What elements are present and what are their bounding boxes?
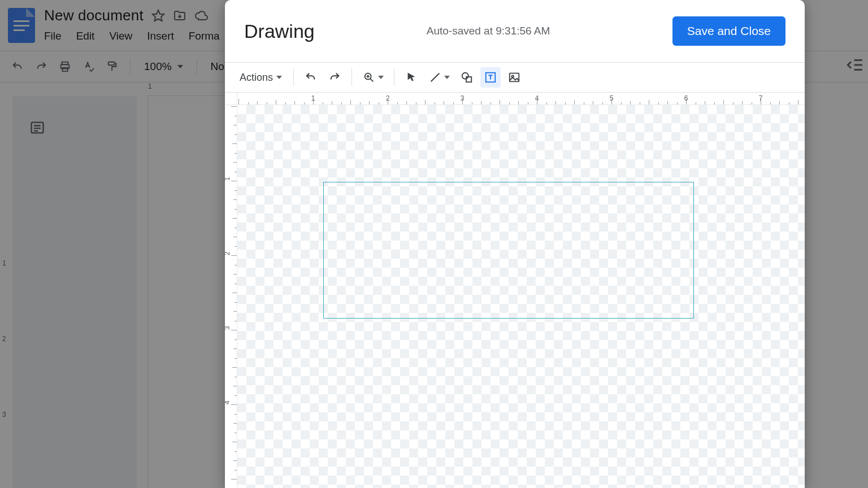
ruler-tick	[233, 199, 237, 200]
ruler-mark: 1	[2, 259, 6, 267]
actions-menu-button[interactable]: Actions	[235, 69, 287, 86]
ruler-tick	[649, 100, 649, 104]
ruler-tick	[232, 442, 237, 442]
menu-view[interactable]: View	[109, 30, 132, 42]
ruler-mark: 2	[2, 335, 6, 343]
ruler-label: 2	[386, 94, 390, 102]
ruler-tick	[491, 102, 491, 104]
ruler-tick	[602, 102, 603, 104]
document-outline-icon[interactable]	[26, 116, 49, 139]
ruler-tick	[752, 102, 752, 104]
ruler-tick	[667, 101, 668, 104]
image-tool-button[interactable]	[504, 67, 524, 88]
ruler-tick	[621, 102, 622, 104]
ruler-tick	[369, 101, 370, 104]
ruler-tick	[232, 143, 237, 144]
ruler-tick	[658, 102, 659, 104]
drawing-horizontal-ruler[interactable]: 1234567	[237, 93, 805, 105]
ruler-label: 6	[684, 94, 688, 102]
ruler-tick	[574, 100, 575, 104]
ruler-tick	[235, 433, 237, 433]
ruler-tick	[565, 102, 566, 104]
ruler-tick	[248, 102, 249, 104]
ruler-tick	[630, 101, 631, 104]
ruler-tick	[233, 237, 237, 237]
ruler-tick	[733, 102, 734, 104]
ruler-tick	[518, 101, 519, 104]
ruler-tick	[231, 181, 237, 181]
ruler-tick	[233, 348, 237, 349]
ruler-tick	[233, 386, 237, 386]
chevron-down-icon	[276, 76, 282, 79]
ruler-tick	[238, 99, 239, 104]
ruler-tick	[323, 102, 323, 104]
docs-left-strip	[12, 96, 137, 488]
menu-edit[interactable]: Edit	[76, 30, 95, 42]
ruler-tick	[233, 125, 237, 125]
print-button[interactable]	[55, 57, 75, 76]
ruler-tick	[705, 101, 705, 104]
paint-format-button[interactable]	[103, 57, 122, 76]
cloud-status-icon[interactable]	[194, 9, 208, 23]
ruler-tick	[235, 302, 237, 303]
redo-button[interactable]	[32, 57, 51, 76]
ruler-tick	[555, 101, 556, 104]
ruler-tick	[350, 100, 351, 104]
select-tool-button[interactable]	[401, 67, 422, 88]
ruler-tick	[233, 460, 237, 461]
ruler-tick	[235, 321, 237, 321]
ruler-tick	[294, 101, 295, 104]
zoom-dropdown[interactable]: 100%	[138, 60, 189, 73]
ruler-tick	[406, 101, 407, 104]
svg-marker-0	[153, 10, 164, 21]
ruler-tick	[235, 209, 237, 210]
menu-insert[interactable]: Insert	[147, 30, 174, 42]
ruler-tick	[304, 102, 305, 104]
text-box-shape[interactable]	[323, 182, 694, 319]
drawing-canvas[interactable]	[237, 105, 805, 488]
ruler-tick	[416, 102, 416, 104]
drawing-vertical-ruler[interactable]: 1234	[225, 105, 237, 488]
ruler-tick	[231, 479, 237, 480]
menu-forma[interactable]: Forma	[189, 30, 220, 42]
ruler-label: 3	[225, 326, 231, 330]
ruler-tick	[235, 377, 237, 377]
ruler-label: 3	[461, 94, 465, 102]
line-tool-dropdown[interactable]	[425, 67, 453, 88]
ruler-tick	[233, 311, 237, 312]
ruler-tick	[235, 358, 237, 359]
docs-vertical-ruler[interactable]: 123	[0, 96, 12, 488]
ruler-label: 7	[759, 94, 763, 102]
ruler-tick	[235, 190, 237, 191]
ruler-tick	[235, 153, 237, 154]
text-box-tool-button[interactable]	[480, 67, 501, 88]
ruler-tick	[593, 101, 593, 104]
ruler-tick	[341, 102, 342, 104]
shape-tool-button[interactable]	[457, 67, 477, 88]
drawing-dialog-header: Drawing Auto-saved at 9:31:56 AM Save an…	[225, 0, 805, 62]
ruler-tick	[231, 255, 237, 256]
ruler-tick	[453, 102, 454, 104]
move-to-folder-icon[interactable]	[173, 9, 186, 23]
save-and-close-button[interactable]: Save and Close	[672, 16, 785, 46]
document-title[interactable]: New document	[44, 7, 144, 24]
ruler-tick	[233, 162, 237, 163]
ruler-tick	[232, 367, 237, 368]
redo-button[interactable]	[324, 67, 345, 88]
ruler-tick	[435, 102, 435, 104]
undo-button[interactable]	[8, 57, 27, 76]
decrease-indent-button[interactable]	[845, 55, 865, 75]
ruler-tick	[235, 395, 237, 396]
ruler-tick	[714, 102, 715, 104]
undo-button[interactable]	[301, 67, 321, 88]
ruler-tick	[500, 100, 500, 104]
menu-file[interactable]: File	[44, 30, 62, 42]
ruler-label: 5	[610, 94, 614, 102]
ruler-tick	[379, 102, 379, 104]
ruler-tick	[233, 423, 237, 424]
ruler-tick	[528, 102, 528, 104]
zoom-tool-dropdown[interactable]	[359, 67, 387, 88]
star-icon[interactable]	[151, 9, 165, 23]
spellcheck-button[interactable]	[79, 57, 98, 76]
ruler-tick	[235, 116, 237, 116]
